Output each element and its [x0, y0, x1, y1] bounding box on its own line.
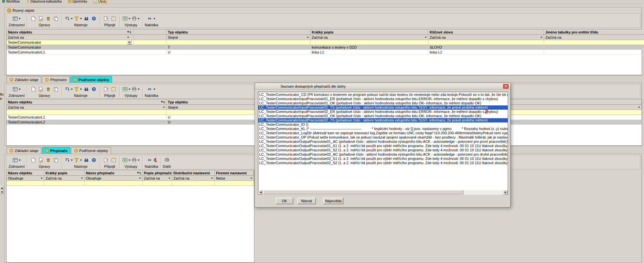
- filter-value-input[interactable]: [310, 40, 428, 45]
- filter-combo[interactable]: Obsahuje: [7, 176, 44, 181]
- column-header-popis-prepinace[interactable]: Popis přepínače: [143, 170, 172, 176]
- filter-combo[interactable]: Začíná na: [544, 35, 644, 40]
- filter-value-input[interactable]: [44, 181, 85, 186]
- filter-value-input[interactable]: TesterCommunicator×: [7, 40, 166, 45]
- cell-klicove[interactable]: SLOVO: [428, 45, 544, 50]
- print-button[interactable]: [131, 156, 140, 164]
- switch-list-item[interactable]: LC_TesterCommunicator_IO (): [258, 122, 508, 127]
- dalsi-button[interactable]: [163, 156, 171, 164]
- edit-record-button[interactable]: [37, 15, 45, 22]
- column-header-kratky-popis[interactable]: Krátký popis: [310, 30, 428, 35]
- edit-record-button[interactable]: [37, 85, 45, 93]
- filter-button[interactable]: [73, 85, 83, 93]
- filter-combo[interactable]: Stejné: [166, 35, 310, 40]
- sort-button[interactable]: [64, 156, 73, 164]
- cell-typ[interactable]: U: [166, 50, 310, 55]
- export-table-button[interactable]: [122, 85, 131, 93]
- tab-podrizene-objekty[interactable]: Podřízené objekty: [71, 147, 111, 154]
- filter-button[interactable]: [73, 15, 83, 22]
- table-row[interactable]: TesterCommunicator T komunikace s tester…: [7, 45, 642, 50]
- attach-button[interactable]: [102, 85, 110, 93]
- filter-combo[interactable]: Začíná na: [428, 35, 544, 40]
- switch-list-item[interactable]: LC_TesterCommunicator_CD (Při komukaci s…: [258, 93, 508, 97]
- scrollbar-thumb[interactable]: [263, 190, 463, 194]
- copy-record-button[interactable]: [52, 15, 60, 22]
- menu-item-datumova-kalkulacka[interactable]: Datumová kalkulačka: [25, 0, 63, 4]
- copy-record-button[interactable]: [52, 85, 60, 93]
- navrat-button[interactable]: Návrat: [297, 198, 316, 204]
- view-menu-button[interactable]: [12, 15, 21, 22]
- column-header-nazev-objektu[interactable]: Název objektu: [7, 170, 44, 176]
- help-button[interactable]: ?: [90, 15, 98, 22]
- form-button[interactable]: [110, 156, 117, 164]
- menu-button[interactable]: [147, 15, 156, 22]
- filter-combo[interactable]: Začíná na: [7, 35, 166, 40]
- cell-jmeno[interactable]: [544, 50, 644, 55]
- switch-list-item[interactable]: LC_TesterCommunicatorInputPracoviste01_E…: [258, 97, 508, 101]
- filter-combo[interactable]: Začíná na: [44, 176, 85, 181]
- cell-typ[interactable]: T: [166, 45, 310, 50]
- cell-nazev[interactable]: TesterCommunicator: [7, 45, 166, 50]
- view-menu-button[interactable]: [12, 85, 21, 93]
- filter-combo[interactable]: Nelze: [215, 176, 254, 181]
- menu-item-ukoly[interactable]: Úkoly: [93, 0, 108, 4]
- column-header-jmeno-tabulky[interactable]: Jméno tabulky pro entitní třídu: [544, 30, 644, 35]
- tab-prepinace[interactable]: Přepínače: [42, 76, 69, 83]
- filter-combo[interactable]: Obsahuje: [85, 176, 143, 181]
- search-button[interactable]: [83, 85, 90, 93]
- help-button[interactable]: ?: [90, 156, 98, 164]
- filter-combo[interactable]: Začíná na: [143, 176, 172, 181]
- column-header-nazev-objektu[interactable]: Název objektu1: [7, 99, 166, 105]
- cell-nazev[interactable]: TesterCommunicatorL1: [7, 115, 166, 120]
- export-table-button[interactable]: [122, 15, 131, 22]
- filter-value-input[interactable]: [544, 40, 644, 45]
- cell-popis[interactable]: komunikace s testery v DZD: [310, 45, 428, 50]
- menu-button[interactable]: [147, 85, 156, 93]
- filter-value-input[interactable]: [143, 181, 172, 186]
- menu-item-workflow[interactable]: Workflow: [1, 0, 21, 4]
- cell-popis[interactable]: linka L1: [310, 50, 428, 55]
- switch-list-item[interactable]: LC_TesterCommunicatorInputPracoviste01_O…: [258, 101, 508, 105]
- switch-list-item[interactable]: LC_TesterCommunicatorInputPracoviste01_T…: [258, 105, 508, 110]
- switch-list-item[interactable]: LC_TesterCommunicatorInputPracoviste02_E…: [258, 110, 508, 114]
- switch-list-item[interactable]: LC_TesterCommunicator_LogDir (Adresář ka…: [258, 131, 508, 135]
- attach-button[interactable]: [102, 15, 110, 22]
- menu-item-upominky[interactable]: Upomínky: [67, 0, 88, 4]
- switch-list-item[interactable]: LC_TesterCommunicator_OP (Pokud selže ko…: [258, 135, 508, 140]
- filter-value-input[interactable]: [85, 181, 143, 186]
- clear-filter-button[interactable]: ×: [127, 40, 131, 45]
- scrollbar-track[interactable]: [263, 190, 503, 195]
- column-header-kratky-popis[interactable]: Krátký popis: [44, 170, 85, 176]
- delete-record-button[interactable]: [45, 85, 52, 93]
- search-button[interactable]: [83, 15, 90, 22]
- filter-value-input[interactable]: [7, 181, 44, 186]
- scroll-right-button[interactable]: [503, 190, 508, 195]
- tab-prepinace[interactable]: Přepínače: [42, 147, 70, 154]
- close-icon[interactable]: ×: [503, 84, 509, 89]
- filter-combo[interactable]: Začíná na: [310, 35, 428, 40]
- switch-list-item[interactable]: LC_TesterCommunicatorInputPracoviste02_O…: [258, 114, 508, 118]
- cell-jmeno[interactable]: [544, 45, 644, 50]
- switch-list-item[interactable]: LC_TesterCommunicatorOutputPracoviste02_…: [258, 157, 508, 161]
- delete-record-button[interactable]: [45, 15, 52, 22]
- filter-button[interactable]: [73, 156, 83, 164]
- filter-combo[interactable]: Začíná na: [7, 105, 166, 110]
- switch-list-item[interactable]: LC_TesterCommunicatorOutputPracoviste02_…: [258, 152, 508, 157]
- tab-zakladni-udaje[interactable]: Základní údaje: [7, 147, 41, 154]
- attach-button[interactable]: [102, 156, 110, 164]
- column-header-firemni-nastaveni[interactable]: Firemní nastavení: [215, 170, 254, 176]
- tab-zakladni-udaje[interactable]: Základní údaje: [7, 76, 41, 83]
- switch-list-item[interactable]: LC_TesterCommunicatorOutputPracoviste01_…: [258, 144, 508, 148]
- filter-combo[interactable]: Začíná na: [172, 176, 215, 181]
- cell-klicove[interactable]: linka L1: [428, 50, 544, 55]
- filter-value-input[interactable]: [7, 110, 166, 115]
- form-button[interactable]: [110, 15, 117, 22]
- help-button[interactable]: ?: [90, 85, 98, 93]
- filter-value-input[interactable]: [215, 181, 254, 186]
- switch-list-item[interactable]: LC_TesterCommunicatorOutputPracoviste02_…: [258, 161, 508, 165]
- print-button[interactable]: [131, 85, 140, 93]
- edit-record-button[interactable]: [37, 156, 45, 164]
- switch-list-item[interactable]: LC_TesterCommunicatorInputPracoviste02_T…: [258, 118, 508, 122]
- form-button[interactable]: [110, 85, 117, 93]
- dialog-titlebar[interactable]: Seznam dostupných přepínačů dle úlohy: [255, 83, 510, 90]
